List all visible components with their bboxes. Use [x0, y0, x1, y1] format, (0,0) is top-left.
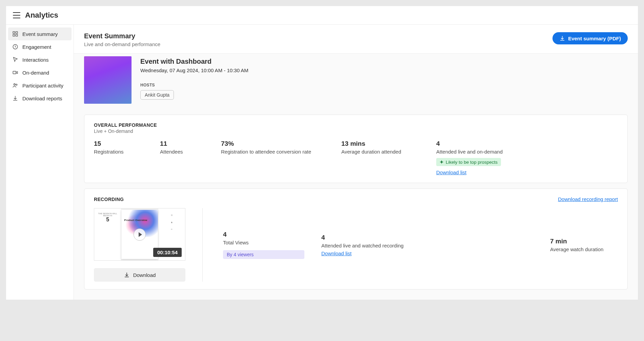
metric-label: Registrations: [94, 149, 160, 155]
sidebar: Event summary Engagement Interactions On…: [6, 25, 74, 300]
recording-title: RECORDING: [94, 197, 124, 202]
recording-thumbnail[interactable]: THE SESSION WILL BEGIN IN5 Product Overv…: [94, 208, 185, 261]
recording-duration: 00:10:54: [153, 248, 182, 257]
metric-label: Registration to attendee conversion rate: [221, 149, 341, 155]
page-subtitle: Live and on-demand performance: [84, 41, 160, 47]
metric-label: Average watch duration: [550, 246, 618, 252]
sidebar-item-label: On-demand: [22, 70, 49, 76]
page-title: Event Summary: [84, 32, 160, 40]
metric-label: Attendees: [160, 149, 221, 155]
metric-value: 7 min: [550, 238, 618, 245]
hosts-label: HOSTS: [140, 83, 248, 87]
event-summary-pdf-button[interactable]: Event summary (PDF): [552, 32, 628, 44]
sidebar-item-download-reports[interactable]: Download reports: [6, 92, 74, 105]
download-recording-button[interactable]: Download: [94, 268, 185, 282]
sidebar-item-on-demand[interactable]: On-demand: [6, 66, 74, 79]
metric-value: 4: [223, 231, 304, 238]
sidebar-item-label: Event summary: [22, 31, 58, 37]
sidebar-item-engagement[interactable]: Engagement: [6, 40, 74, 53]
metric-label: Average duration attended: [341, 149, 436, 155]
metric-label: Total Views: [223, 240, 304, 245]
svg-rect-1: [16, 32, 18, 33]
metric-label: Attended live and on-demand: [436, 149, 618, 155]
svg-rect-5: [13, 71, 16, 74]
app-title: Analytics: [25, 11, 58, 20]
sidebar-item-label: Engagement: [22, 44, 51, 50]
plus-icon: ✦: [440, 159, 444, 165]
grid-icon: [12, 31, 18, 37]
metric-value: 13 mins: [341, 140, 436, 147]
menu-icon[interactable]: [13, 12, 20, 18]
cursor-icon: [12, 57, 18, 63]
download-list-link[interactable]: Download list: [436, 169, 466, 175]
sidebar-item-label: Download reports: [22, 96, 62, 101]
host-chip: Ankit Gupta: [140, 90, 174, 100]
overall-performance-card: OVERALL PERFORMANCE Live + On-demand 15 …: [84, 115, 628, 183]
recording-card: RECORDING Download recording report THE …: [84, 188, 628, 289]
viewers-chip: By 4 viewers: [223, 250, 304, 259]
svg-point-6: [14, 84, 16, 85]
svg-rect-2: [13, 35, 15, 36]
download-icon: [12, 95, 18, 101]
sidebar-item-label: Interactions: [22, 57, 49, 63]
people-icon: [12, 82, 18, 88]
metric-value: 73%: [221, 140, 341, 147]
metric-label: Attended live and watched recording: [321, 243, 533, 248]
event-datetime: Wednesday, 07 Aug 2024, 10:00 AM - 10:30…: [140, 67, 248, 73]
metric-value: 11: [160, 140, 221, 147]
play-icon[interactable]: [134, 228, 146, 241]
event-thumbnail: [84, 56, 132, 104]
svg-point-7: [16, 84, 17, 85]
prospect-badge: ✦ Likely to be top prospects: [436, 158, 501, 166]
sidebar-item-event-summary[interactable]: Event summary: [8, 27, 72, 40]
download-list-link[interactable]: Download list: [321, 250, 533, 256]
sidebar-item-participant-activity[interactable]: Participant activity: [6, 79, 74, 92]
pdf-button-label: Event summary (PDF): [568, 36, 621, 41]
metric-value: 4: [321, 234, 533, 241]
overall-title: OVERALL PERFORMANCE: [94, 122, 618, 128]
svg-rect-0: [13, 32, 15, 33]
sidebar-item-interactions[interactable]: Interactions: [6, 53, 74, 66]
sidebar-item-label: Participant activity: [22, 83, 63, 88]
metric-value: 4: [436, 140, 618, 147]
overall-subtitle: Live + On-demand: [94, 128, 618, 134]
download-recording-report-link[interactable]: Download recording report: [558, 196, 618, 202]
svg-rect-3: [16, 35, 18, 36]
clock-icon: [12, 44, 18, 50]
event-title: Event with Dashboard: [140, 58, 248, 65]
video-icon: [12, 69, 18, 76]
metric-value: 15: [94, 140, 160, 147]
